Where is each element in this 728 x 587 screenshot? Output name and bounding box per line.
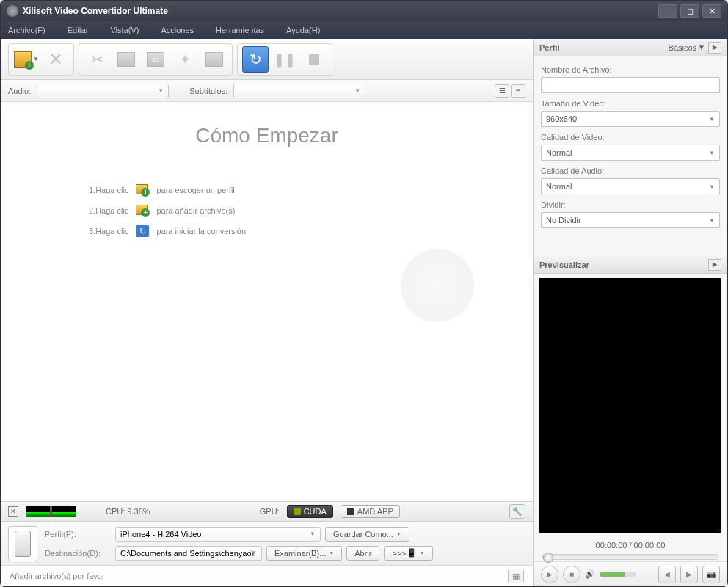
column-settings-button[interactable]: ▦ xyxy=(508,569,524,583)
audio-select[interactable] xyxy=(37,84,169,98)
preview-panel: 00:00:00 / 00:00:00 ▶ ■ 🔊 ◀ ▶ 📷 xyxy=(534,274,727,586)
video-preview xyxy=(539,278,721,533)
device-thumbnail xyxy=(8,526,37,561)
device-icon: 📱 xyxy=(407,548,417,558)
step-3: 3.Haga clic ↻ para iniciar la conversión xyxy=(89,225,489,237)
convert-button[interactable]: ↻ xyxy=(242,46,269,73)
getting-started-title: Cómo Empezar xyxy=(45,124,489,147)
filename-input[interactable] xyxy=(541,77,720,93)
settings-wrench-button[interactable]: 🔧 xyxy=(509,504,525,519)
video-quality-select[interactable]: Normal xyxy=(541,145,720,161)
snapshot-button[interactable]: 📷 xyxy=(702,566,720,583)
menu-view[interactable]: Vista(V) xyxy=(110,26,139,34)
perfil-select[interactable]: iPhone4 - H.264 Video xyxy=(115,527,321,542)
menu-tools[interactable]: Herramientas xyxy=(216,26,264,34)
amd-chip[interactable]: AMD APP xyxy=(341,505,400,518)
add-file-button[interactable]: ▼ xyxy=(13,46,40,73)
window-title: Xilisoft Video Convertidor Ultimate xyxy=(23,6,658,16)
prev-frame-button[interactable]: ◀ xyxy=(658,566,676,583)
timecode: 00:00:00 / 00:00:00 xyxy=(534,541,727,550)
gpu-label: GPU: xyxy=(260,507,280,516)
audio-label: Audio: xyxy=(8,87,31,95)
audio-subtitle-row: Audio: Subtítulos: ☰ ≡ xyxy=(1,80,533,102)
merge-button[interactable] xyxy=(201,46,228,73)
open-button[interactable]: Abrir xyxy=(346,546,379,561)
preview-panel-head: Previsualizar ▶ xyxy=(534,256,727,274)
video-size-label: Tamaño de Video: xyxy=(541,99,720,108)
menu-actions[interactable]: Acciones xyxy=(161,26,194,34)
split-select[interactable]: No Dividir xyxy=(541,212,720,228)
close-button[interactable]: ✕ xyxy=(702,4,721,18)
menu-help[interactable]: Ayuda(H) xyxy=(286,26,320,34)
volume-slider[interactable] xyxy=(600,572,636,577)
3d-button[interactable]: 3D xyxy=(142,46,169,73)
send-to-device-button[interactable]: >>>📱 xyxy=(384,546,432,561)
perfil-panel-head: Perfil Básicos ▼ ▶ xyxy=(534,39,727,56)
perfil-label: Perfil(P): xyxy=(45,530,111,539)
status-bar: Añadir archivo(s) por favor ▦ xyxy=(1,566,533,586)
cpu-row: ✕ CPU: 9.38% GPU: CUDA AMD APP 🔧 xyxy=(1,501,533,522)
pause-button[interactable]: ❚❚ xyxy=(272,46,298,73)
app-logo-icon xyxy=(7,5,18,17)
volume-icon[interactable]: 🔊 xyxy=(585,569,595,579)
audio-quality-select[interactable]: Normal xyxy=(541,178,720,194)
menu-edit[interactable]: Editar xyxy=(68,26,89,34)
basicos-tab[interactable]: Básicos ▼ xyxy=(669,43,705,52)
filename-label: Nombre de Archivo: xyxy=(541,65,720,74)
next-frame-button[interactable]: ▶ xyxy=(680,566,698,583)
video-size-select[interactable]: 960x640 xyxy=(541,111,720,127)
save-as-button[interactable]: Guardar Como... xyxy=(325,527,410,542)
dest-select[interactable]: C:\Documents and Settings\chenyao\ xyxy=(115,546,262,561)
menu-file[interactable]: Archivo(F) xyxy=(8,26,46,34)
view-detail-button[interactable]: ≡ xyxy=(511,84,525,98)
toolbar: ▼ ✕ ✂ 3D ✦ ↻ ❚❚ xyxy=(1,39,533,80)
browse-button[interactable]: Examinar(B)... xyxy=(266,546,342,561)
maximize-button[interactable]: ◻ xyxy=(680,4,699,18)
main-canvas: Cómo Empezar 1.Haga clic para escoger un… xyxy=(1,102,533,501)
perfil-expand-button[interactable]: ▶ xyxy=(708,42,721,54)
seek-slider[interactable] xyxy=(542,554,718,560)
status-text: Añadir archivo(s) por favor xyxy=(10,572,105,580)
stop-preview-button[interactable]: ■ xyxy=(563,566,580,583)
cpu-meter xyxy=(26,506,76,517)
stop-button[interactable] xyxy=(301,46,327,73)
profile-icon xyxy=(136,184,149,196)
video-quality-label: Calidad de Video: xyxy=(541,133,720,142)
cuda-chip[interactable]: CUDA xyxy=(287,505,333,518)
convert-icon: ↻ xyxy=(136,225,149,237)
step-2: 2.Haga clic para añadir archivo(s) xyxy=(89,205,489,216)
split-label: Dividir: xyxy=(541,200,720,209)
add-file-icon xyxy=(136,205,149,216)
audio-quality-label: Calidad de Audio: xyxy=(541,167,720,175)
cpu-label: CPU: 9.38% xyxy=(106,507,150,516)
subtitle-select[interactable] xyxy=(233,84,365,98)
view-list-button[interactable]: ☰ xyxy=(495,84,509,98)
menubar: Archivo(F) Editar Vista(V) Acciones Herr… xyxy=(1,21,727,39)
titlebar: Xilisoft Video Convertidor Ultimate — ◻ … xyxy=(1,1,727,21)
minimize-button[interactable]: — xyxy=(658,4,677,18)
clip-button[interactable] xyxy=(113,46,139,73)
effects-button[interactable]: ✦ xyxy=(172,46,198,73)
preview-controls: ▶ ■ 🔊 ◀ ▶ 📷 xyxy=(534,561,727,586)
step-1: 1.Haga clic para escoger un perfil xyxy=(89,184,489,196)
profile-row: Perfil(P): iPhone4 - H.264 Video Guardar… xyxy=(1,522,533,566)
cut-button[interactable]: ✂ xyxy=(84,46,110,73)
dest-label: Destinación(D): xyxy=(45,549,111,558)
remove-button[interactable]: ✕ xyxy=(43,46,69,73)
film-reel-watermark-icon xyxy=(401,249,474,322)
subtitle-label: Subtítulos: xyxy=(189,87,228,95)
play-button[interactable]: ▶ xyxy=(541,566,558,583)
cpu-close-button[interactable]: ✕ xyxy=(8,506,18,517)
perfil-panel: Nombre de Archivo: Tamaño de Video: 960x… xyxy=(534,56,727,234)
preview-expand-button[interactable]: ▶ xyxy=(708,259,721,271)
